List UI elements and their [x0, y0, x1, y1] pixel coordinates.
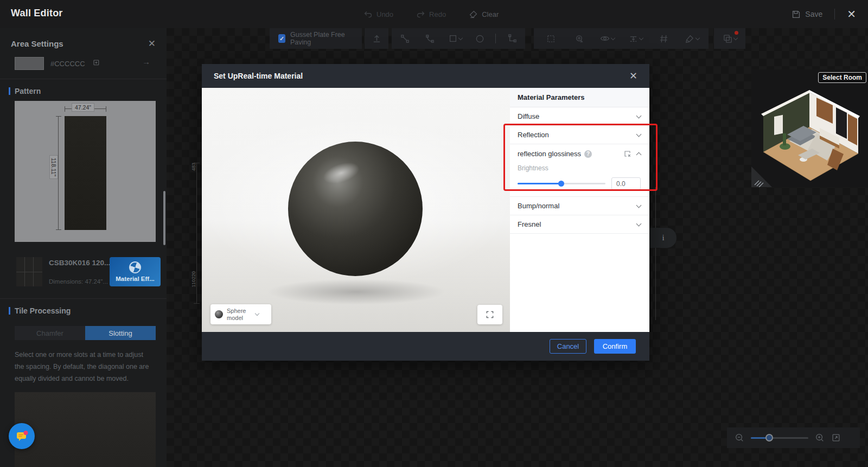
info-button[interactable]: i [650, 228, 676, 248]
measure-tape-icon[interactable] [567, 28, 590, 49]
feedback-chat-button[interactable] [9, 423, 35, 449]
modal-title: Set UpReal-time Material [214, 72, 303, 80]
tab-chamfer[interactable]: Chamfer [15, 326, 85, 340]
diffuse-label: Diffuse [518, 112, 539, 120]
save-button[interactable]: Save [792, 10, 822, 19]
chevron-down-icon[interactable] [636, 113, 642, 118]
brightness-value-input[interactable] [611, 177, 641, 190]
brightness-slider[interactable] [518, 183, 605, 184]
material-preview[interactable]: Sphere model [202, 88, 510, 332]
slotting-description: Select one or more slots at a time to ad… [15, 349, 152, 385]
material-list-item[interactable]: CSB30K016 120... Dimensions: 47.24"... M… [16, 257, 167, 286]
material-name: CSB30K016 120... [49, 259, 103, 267]
section-diffuse[interactable]: Diffuse [510, 107, 649, 126]
grid-icon[interactable] [652, 28, 675, 49]
rectangle-tool-icon[interactable] [444, 28, 467, 49]
undo-button[interactable]: Undo [363, 10, 393, 19]
room-3d-preview[interactable]: ​ Select Room [751, 69, 868, 187]
align-caret-icon[interactable] [639, 35, 643, 40]
circle-tool-icon[interactable] [468, 28, 491, 49]
zoom-out-icon[interactable] [735, 433, 744, 443]
toolbar-group-upload [365, 28, 388, 49]
clear-button[interactable]: Clear [469, 10, 499, 19]
zoom-in-icon[interactable] [815, 433, 825, 443]
zoom-slider-fill [751, 437, 769, 439]
line-tool-icon[interactable] [394, 28, 417, 49]
toolbar-group-layers [714, 28, 745, 49]
chevron-down-icon[interactable] [636, 202, 642, 208]
color-swatch[interactable] [15, 57, 44, 70]
close-editor-button[interactable]: ✕ [847, 9, 856, 20]
eraser-icon [469, 10, 478, 19]
panel-close-icon[interactable]: ✕ [148, 38, 156, 49]
chevron-down-icon[interactable] [636, 131, 642, 137]
paint-caret-icon[interactable] [695, 35, 699, 40]
height-dimension-label: 118.11" [49, 155, 58, 179]
select-room-button[interactable]: Select Room [818, 72, 866, 83]
upload-icon[interactable] [365, 28, 388, 49]
fit-view-icon[interactable] [831, 433, 841, 443]
sidebar-scrollbar[interactable] [163, 191, 165, 245]
section-fresnel[interactable]: Fresnel [510, 215, 649, 234]
gusset-paving-toggle[interactable]: ✓ Gusset Plate Free Paving [270, 28, 362, 49]
zoom-slider[interactable] [751, 437, 808, 439]
layers-copy-icon[interactable] [718, 28, 741, 49]
layers-caret-icon[interactable] [733, 35, 737, 40]
polyline-tool-icon[interactable] [500, 28, 523, 49]
section-bump-normal[interactable]: Bump/normal [510, 197, 649, 215]
material-sphere-icon [127, 260, 143, 275]
align-distribute-icon[interactable] [624, 28, 647, 49]
model-selector[interactable]: Sphere model [210, 304, 271, 324]
fresnel-label: Fresnel [518, 220, 541, 228]
page-title: Wall Editor [11, 8, 63, 19]
canvas-dimension-label: 110220 [191, 271, 196, 287]
modal-header: Set UpReal-time Material ✕ [202, 64, 649, 88]
canvas-dimension-line [196, 163, 197, 304]
brightness-label: Brightness [518, 164, 641, 172]
section-accent-bar [9, 87, 10, 95]
section-reflection[interactable]: Reflection [510, 126, 649, 144]
chevron-up-icon[interactable] [636, 152, 642, 157]
modal-close-icon[interactable]: ✕ [629, 71, 637, 81]
pattern-heading: Pattern [15, 87, 41, 95]
fullscreen-button[interactable] [477, 305, 502, 324]
chevron-down-icon[interactable] [636, 221, 642, 226]
topbar-divider [834, 9, 835, 20]
checkbox-checked-icon[interactable]: ✓ [278, 34, 285, 43]
modal-footer: Cancel Confirm [202, 332, 649, 361]
chat-bubble-icon [14, 428, 29, 444]
clear-label: Clear [482, 10, 499, 18]
rectangle-tool-caret-icon[interactable] [458, 35, 462, 40]
visibility-icon[interactable] [596, 28, 618, 49]
toolbar-group-view [534, 28, 709, 49]
color-hex-label: #CCCCCC [50, 60, 85, 68]
sphere-model-icon [215, 310, 223, 318]
preview-sphere [288, 142, 423, 276]
marquee-select-icon[interactable] [539, 28, 562, 49]
zoom-slider-handle[interactable] [765, 434, 773, 442]
material-effect-button[interactable]: Material Eff... [110, 257, 161, 286]
model-selector-label: Sphere model [227, 308, 252, 321]
material-modal: Set UpReal-time Material ✕ Sphere model … [202, 64, 649, 361]
copy-color-icon[interactable] [92, 58, 100, 69]
brightness-slider-handle[interactable] [558, 181, 564, 187]
remove-texture-icon[interactable] [623, 150, 631, 158]
params-heading: Material Parameters [510, 88, 649, 107]
redo-button[interactable]: Redo [416, 10, 446, 19]
confirm-button[interactable]: Confirm [594, 339, 636, 354]
zoom-controls [727, 427, 860, 448]
visibility-caret-icon[interactable] [611, 35, 615, 40]
cancel-button[interactable]: Cancel [550, 339, 586, 354]
pattern-preview: 47.24" 118.11" [15, 101, 156, 242]
tab-slotting[interactable]: Slotting [85, 326, 156, 340]
canvas-dimension-label: 483 [191, 163, 196, 171]
fullscreen-icon [486, 310, 494, 319]
panel-resize-handle[interactable] [751, 167, 772, 187]
material-thumbnail[interactable] [16, 257, 42, 286]
paint-brush-icon[interactable] [680, 28, 703, 49]
toolbar-divider [495, 34, 496, 43]
help-icon[interactable]: ? [584, 150, 592, 158]
arc-tool-icon[interactable] [419, 28, 442, 49]
collapse-arrow-icon[interactable]: → [142, 57, 150, 66]
save-icon [792, 10, 801, 19]
